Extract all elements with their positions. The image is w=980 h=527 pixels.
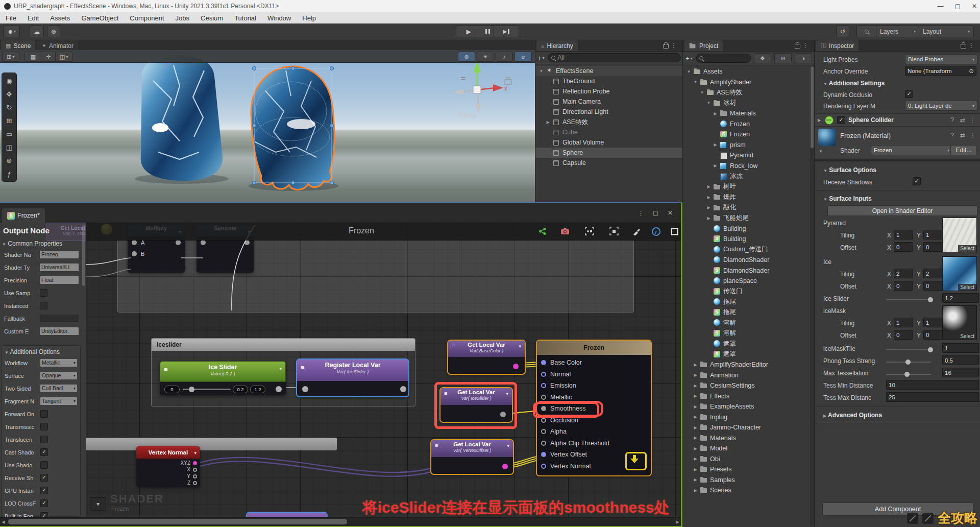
port-icon[interactable] <box>541 383 546 388</box>
menu-item[interactable]: Cesium <box>195 14 229 22</box>
ice-tiling-x[interactable]: 2 <box>894 269 913 278</box>
shader-option-row[interactable]: Transmissic <box>2 420 80 433</box>
shader-property-row[interactable]: Shader Na Frozen <box>0 248 86 261</box>
project-row[interactable]: 拖尾 <box>683 297 815 307</box>
scene-toolbar-button[interactable]: ⊛ <box>458 52 475 62</box>
icemask-texture-thumbnail[interactable]: Select <box>942 305 977 340</box>
project-row[interactable]: ▼ 冰封 <box>683 98 815 109</box>
shader-output-port-row[interactable]: Emission <box>537 380 651 392</box>
project-row[interactable]: ▶ Materials <box>683 433 815 444</box>
icemasktile-handle[interactable] <box>928 347 933 352</box>
project-row[interactable]: Building <box>683 234 815 245</box>
project-row[interactable]: ▶ Materials <box>683 108 815 119</box>
project-row[interactable]: ▶ ExampleAssets <box>683 401 815 412</box>
scene-tool-button[interactable]: ▭ <box>3 128 15 140</box>
node-output-port-row[interactable]: XYZ <box>136 460 200 466</box>
expand-arrow[interactable]: ▶ <box>693 363 698 367</box>
collider-enabled-checkbox[interactable] <box>837 116 845 124</box>
help-icon[interactable]: ? <box>950 132 954 139</box>
project-row[interactable]: ▶ Presets <box>683 464 815 475</box>
project-row[interactable]: ▶ 飞船焰尾 <box>683 213 815 224</box>
icemask-offset-x[interactable]: 0 <box>894 330 913 340</box>
tab-inspector[interactable]: ⓘInspector <box>816 40 859 51</box>
menu-item[interactable]: Window <box>262 14 297 22</box>
search-by-type-button[interactable]: ❖ <box>754 53 771 63</box>
ice-offset-x[interactable]: 0 <box>894 281 913 291</box>
hierarchy-row[interactable]: ▼ EffectsScene <box>535 66 683 76</box>
expand-arrow[interactable]: ▼ <box>686 69 692 74</box>
common-properties-header[interactable]: ▼ Common Properties <box>0 235 86 248</box>
project-row[interactable]: DiamondShader <box>683 266 815 276</box>
pyramid-tiling-x[interactable]: 1 <box>894 230 913 239</box>
option-checkbox[interactable] <box>40 512 48 517</box>
shader-option-row[interactable]: Surface Opaque <box>2 369 80 382</box>
expand-arrow[interactable]: ▶ <box>713 111 718 116</box>
option-checkbox[interactable] <box>40 436 48 443</box>
project-scrollbar[interactable] <box>810 65 814 526</box>
project-row[interactable]: ▶ 融化 <box>683 203 815 213</box>
kebab-menu-icon[interactable]: ⋮ <box>968 42 974 49</box>
shader-dropdown[interactable]: Frozen▾ <box>871 145 952 155</box>
project-row[interactable]: ▶ Effects <box>683 391 815 402</box>
lock-icon[interactable] <box>663 43 669 50</box>
project-row[interactable]: 遮罩 <box>683 349 815 360</box>
node-get-local-var-basecolor[interactable]: ≡ Get Local Var Var( BaseColor ) ▾ <box>448 341 525 374</box>
option-dropdown[interactable]: Tangent <box>40 397 77 405</box>
group-header-partial[interactable] <box>86 438 337 450</box>
help-icon[interactable]: ? <box>950 116 954 124</box>
shader-option-row[interactable]: Receive Sh <box>2 471 80 484</box>
minimize-button[interactable]: — <box>938 3 944 10</box>
option-checkbox[interactable] <box>40 423 48 430</box>
project-row[interactable]: ▶ Model <box>683 443 815 454</box>
menu-item[interactable]: Tutorial <box>229 14 262 22</box>
menu-item[interactable]: Jobs <box>170 14 195 22</box>
snap-grid-button[interactable]: ▦ <box>24 52 42 62</box>
scene-viewport[interactable]: y x = Persp <box>0 50 535 202</box>
search-button[interactable] <box>856 26 877 37</box>
project-search-input[interactable] <box>696 54 751 63</box>
surface-options-header[interactable]: ▼ Surface Options <box>823 166 876 174</box>
node-vertex-normal[interactable]: Vertex Normal ▾ XYZ X Y <box>136 446 200 487</box>
project-row[interactable]: Frozen <box>683 129 815 140</box>
scene-tool-button[interactable]: ⊞ <box>3 114 15 127</box>
expand-arrow[interactable]: ▼ <box>693 80 698 84</box>
shader-option-row[interactable]: Built-in Fog <box>2 510 80 517</box>
version-control-button[interactable]: ↺ <box>836 26 849 37</box>
node-ice-slider[interactable]: ≡ Ice Slider Value( 0.2 ) ▾ 0 0.2 1.2 <box>160 361 286 395</box>
layers-dropdown[interactable]: Layers▾ <box>876 26 920 37</box>
project-row[interactable]: ▶ 爆炸 <box>683 192 815 203</box>
shader-option-row[interactable]: Workflow Metallic <box>2 356 80 369</box>
chevron-down-icon[interactable]: ▾ <box>194 450 197 456</box>
option-checkbox[interactable] <box>40 448 48 456</box>
project-row[interactable]: ▶ Rock_low <box>683 161 815 172</box>
option-dropdown[interactable]: Cull Bacl <box>40 385 77 392</box>
output-port[interactable] <box>502 464 508 469</box>
expand-arrow[interactable]: ▶ <box>545 120 551 125</box>
port-icon[interactable] <box>193 481 197 485</box>
info-icon[interactable]: i <box>650 226 662 236</box>
slider-value-field[interactable]: 0.2 <box>233 386 248 393</box>
scrollbar-thumb[interactable] <box>811 66 814 148</box>
hidden-packages-button[interactable]: ◑ <box>795 53 812 63</box>
project-row[interactable]: DiamondShader <box>683 255 815 266</box>
screenshot-camera-icon[interactable] <box>559 226 571 236</box>
additional-settings-header[interactable]: ▼ Additional Settings <box>823 80 885 87</box>
expand-arrow[interactable]: ▶ <box>693 488 698 493</box>
property-field[interactable]: Float <box>40 276 79 284</box>
pyramid-offset-x[interactable]: 0 <box>894 242 913 252</box>
chevron-down-icon[interactable]: ▾ <box>507 443 509 448</box>
phong-tess-value[interactable]: 0.5 <box>942 355 979 365</box>
material-header[interactable]: Frozen (Material) ? ⇄ ⋮ ▼ Shader Frozen▾… <box>815 127 980 158</box>
icemasktile-value[interactable]: 1 <box>942 343 979 353</box>
kebab-menu-icon[interactable]: ⋮ <box>671 42 677 49</box>
close-icon[interactable]: ✕ <box>668 209 673 217</box>
project-row[interactable]: ▶ Scenes <box>683 485 815 496</box>
expand-arrow[interactable]: ▶ <box>693 467 698 472</box>
menu-item[interactable]: File <box>0 14 22 22</box>
expand-arrow[interactable]: ▶ <box>693 446 698 451</box>
port-icon[interactable] <box>541 441 546 446</box>
anchor-override-field[interactable]: None (Transform⊙ <box>905 66 976 76</box>
tab-scene[interactable]: ▦Scene <box>1 40 35 51</box>
dynamic-occlusion-checkbox[interactable] <box>905 90 913 98</box>
project-row[interactable]: planeSpace <box>683 276 815 286</box>
